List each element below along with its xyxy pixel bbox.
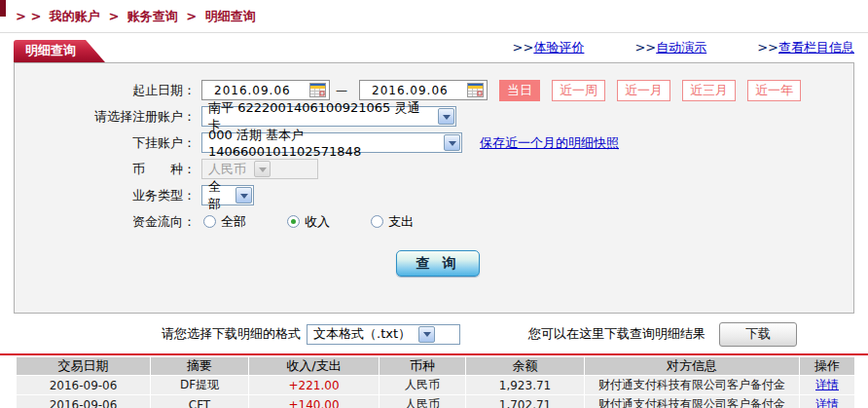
download-hint: 您可以在这里下载查询明细结果 xyxy=(528,325,705,343)
breadcrumb-item-detail-query[interactable]: 明细查询 xyxy=(205,9,256,23)
flow-option-all[interactable]: 全部 xyxy=(203,213,246,231)
flow-option-all-label: 全部 xyxy=(221,213,246,231)
link-auto-demo[interactable]: >>自动演示 xyxy=(634,39,706,56)
cell-balance: 1,702.71 xyxy=(466,395,584,408)
sub-account-value: 000 活期 基本户 1406600101102571848 xyxy=(208,127,436,159)
detail-link[interactable]: 详情 xyxy=(815,397,839,408)
table-row: 2016-09-06 DF提现 +221.00 人民币 1,923.71 财付通… xyxy=(17,376,854,394)
currency-label: 币 种： xyxy=(15,161,196,178)
business-type-value: 全部 xyxy=(208,178,228,213)
date-range-row: 起止日期： 2016.09.06 — 2016.09.06 当日 近一周 xyxy=(15,77,853,103)
business-type-select[interactable]: 全部 xyxy=(201,185,254,205)
quick-range-today-button[interactable]: 当日 xyxy=(499,80,540,101)
calendar-icon[interactable] xyxy=(309,83,326,97)
sub-account-row: 下挂账户： 000 活期 基本户 1406600101102571848 保存近… xyxy=(15,130,853,156)
flow-option-income[interactable]: 收入 xyxy=(287,213,330,231)
flow-direction-row: 资金流向： 全部 收入 支出 xyxy=(15,208,853,235)
cell-amount: +140.00 xyxy=(249,395,379,408)
transaction-table: 交易日期 摘要 收入/支出 币种 余额 对方信息 操作 2016-09-06 D… xyxy=(16,356,855,408)
radio-icon[interactable] xyxy=(371,215,383,228)
currency-row: 币 种： 人民币 xyxy=(15,156,853,182)
quick-range-3months-button[interactable]: 近三月 xyxy=(682,80,736,101)
sub-account-label: 下挂账户： xyxy=(15,134,196,152)
breadcrumb-separator: > xyxy=(108,9,119,23)
quick-range-month-button[interactable]: 近一月 xyxy=(617,80,670,101)
cell-summary: CFT xyxy=(151,395,248,408)
header-currency: 币种 xyxy=(380,357,465,375)
cell-summary: DF提现 xyxy=(151,376,248,394)
business-type-label: 业务类型： xyxy=(15,187,196,204)
cell-action: 详情 xyxy=(800,376,854,394)
date-from-value: 2016.09.06 xyxy=(214,84,291,97)
chevron-down-icon[interactable] xyxy=(235,187,252,204)
cell-currency: 人民币 xyxy=(380,376,465,394)
download-button[interactable]: 下载 xyxy=(719,322,797,347)
chevron-down-icon xyxy=(254,161,271,177)
detail-link[interactable]: 详情 xyxy=(815,378,839,391)
table-header-row: 交易日期 摘要 收入/支出 币种 余额 对方信息 操作 xyxy=(17,357,854,375)
breadcrumb-item-my-account[interactable]: 我的账户 xyxy=(50,9,100,23)
currency-value: 人民币 xyxy=(208,161,246,178)
date-range-dash: — xyxy=(336,84,347,97)
download-format-value: 文本格式（.txt） xyxy=(313,325,411,343)
link-prefix: >> xyxy=(634,40,656,55)
date-range-label: 起止日期： xyxy=(15,82,196,99)
header-action: 操作 xyxy=(800,357,854,375)
cell-currency: 人民币 xyxy=(380,395,465,408)
radio-icon[interactable] xyxy=(287,215,300,228)
cell-trade-date: 2016-09-06 xyxy=(17,376,150,394)
download-format-label: 请您选择下载明细的格式 xyxy=(162,325,301,343)
link-prefix: >> xyxy=(757,40,778,55)
date-to-value: 2016.09.06 xyxy=(372,84,449,97)
quick-range-year-button[interactable]: 近一年 xyxy=(747,80,801,101)
header-income-expense: 收入/支出 xyxy=(249,357,379,375)
table-row: 2016-09-06 CFT +140.00 人民币 1,702.71 财付通支… xyxy=(17,395,854,408)
flow-direction-label: 资金流向： xyxy=(15,213,196,231)
section-header: 明细查询 >>体验评价 >>自动演示 >>查看栏目信息 xyxy=(0,33,868,62)
currency-select: 人民币 xyxy=(201,159,318,179)
cell-counterparty: 财付通支付科技有限公司客户备付金 xyxy=(585,395,799,408)
top-links: >>体验评价 >>自动演示 >>查看栏目信息 xyxy=(513,39,858,62)
sub-account-select[interactable]: 000 活期 基本户 1406600101102571848 xyxy=(201,132,462,153)
header-counterparty: 对方信息 xyxy=(585,357,799,375)
radio-icon[interactable] xyxy=(203,215,216,228)
query-form: 起止日期： 2016.09.06 — 2016.09.06 当日 近一周 xyxy=(14,62,854,314)
corner-mark xyxy=(0,0,6,17)
breadcrumb-prefix: > > xyxy=(16,9,41,23)
cell-amount: +221.00 xyxy=(249,376,379,394)
breadcrumb-item-account-query[interactable]: 账务查询 xyxy=(127,9,178,23)
link-experience-evaluation[interactable]: >>体验评价 xyxy=(513,39,585,56)
download-format-select[interactable]: 文本格式（.txt） xyxy=(307,324,460,345)
header-balance: 余额 xyxy=(466,357,584,375)
header-summary: 摘要 xyxy=(151,357,248,375)
register-account-label: 请选择注册账户： xyxy=(15,108,196,126)
calendar-icon[interactable] xyxy=(467,83,484,97)
save-snapshot-link[interactable]: 保存近一个月的明细快照 xyxy=(480,134,619,152)
breadcrumb-separator: > xyxy=(186,9,197,23)
query-button[interactable]: 查 询 xyxy=(396,250,480,277)
header-trade-date: 交易日期 xyxy=(17,357,150,375)
chevron-down-icon[interactable] xyxy=(438,108,454,125)
cell-counterparty: 财付通支付科技有限公司客户备付金 xyxy=(585,376,799,394)
quick-range-week-button[interactable]: 近一周 xyxy=(552,80,605,101)
flow-option-income-label: 收入 xyxy=(305,213,330,231)
chevron-down-icon[interactable] xyxy=(444,134,460,151)
red-divider xyxy=(0,353,868,355)
flow-option-expense[interactable]: 支出 xyxy=(371,213,414,231)
link-prefix: >> xyxy=(513,40,534,55)
register-account-row: 请选择注册账户： 南平 6222001406100921065 灵通卡 xyxy=(15,103,853,130)
business-type-row: 业务类型： 全部 xyxy=(15,182,853,208)
link-view-column-info[interactable]: >>查看栏目信息 xyxy=(757,39,854,56)
cell-action: 详情 xyxy=(800,395,854,408)
chevron-down-icon[interactable] xyxy=(418,326,435,343)
flow-direction-options: 全部 收入 支出 xyxy=(203,213,454,231)
date-from-input[interactable]: 2016.09.06 xyxy=(201,80,330,100)
tab-detail-query[interactable]: 明细查询 xyxy=(14,40,105,62)
cell-trade-date: 2016-09-06 xyxy=(17,395,150,408)
register-account-select[interactable]: 南平 6222001406100921065 灵通卡 xyxy=(201,106,456,127)
download-section: 请您选择下载明细的格式 文本格式（.txt） 您可以在这里下载查询明细结果 下载 xyxy=(162,321,868,347)
breadcrumb: > > 我的账户 > 账务查询 > 明细查询 xyxy=(0,0,868,33)
date-to-input[interactable]: 2016.09.06 xyxy=(359,80,488,100)
flow-option-expense-label: 支出 xyxy=(388,213,414,231)
cell-balance: 1,923.71 xyxy=(466,376,584,394)
